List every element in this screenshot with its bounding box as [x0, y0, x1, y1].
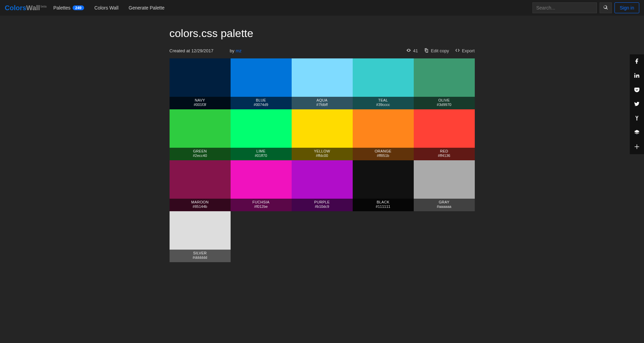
swatch-info: PURPLE#b10dc9 — [292, 199, 353, 212]
share-twitter-button[interactable] — [630, 97, 644, 111]
meta-right: 41 Edit copy Export — [406, 48, 475, 54]
share-pocket-button[interactable] — [630, 83, 644, 97]
swatch-info: GREEN#2ecc40 — [170, 148, 231, 161]
nav-palettes-badge: 249 — [73, 5, 84, 10]
nav-generate-palette[interactable]: Generate Palette — [129, 5, 164, 11]
color-swatch[interactable]: RED#ff4136 — [414, 109, 475, 160]
color-swatch[interactable]: AQUA#7fdbff — [292, 58, 353, 109]
swatch-color — [353, 58, 414, 97]
share-hackernews-button[interactable] — [630, 111, 644, 126]
share-more-button[interactable] — [630, 140, 644, 154]
color-swatch[interactable]: TEAL#39cccc — [353, 58, 414, 109]
swatch-color — [231, 109, 292, 148]
swatch-color — [414, 109, 475, 148]
share-buffer-button[interactable] — [630, 126, 644, 140]
swatch-info: TEAL#39cccc — [353, 97, 414, 110]
swatch-name: TEAL — [378, 98, 388, 103]
swatch-name: GREEN — [193, 149, 207, 154]
color-swatch[interactable]: NAVY#001f3f — [170, 58, 231, 109]
by-label: by — [230, 48, 234, 53]
swatch-hex: #0074d9 — [254, 103, 268, 107]
search-icon — [603, 5, 608, 11]
export-button[interactable]: Export — [455, 48, 475, 54]
hackernews-icon — [634, 115, 640, 122]
swatch-hex: #7fdbff — [316, 103, 328, 107]
logo-beta: beta — [41, 5, 47, 8]
main-container: colors.css palette Created at 12/29/2017… — [170, 27, 475, 262]
color-swatch[interactable]: PURPLE#b10dc9 — [292, 160, 353, 211]
color-swatch[interactable]: BLACK#111111 — [353, 160, 414, 211]
pocket-icon — [634, 87, 640, 94]
twitter-icon — [634, 101, 640, 108]
author-link[interactable]: mz — [236, 48, 241, 53]
share-linkedin-button[interactable] — [630, 69, 644, 83]
swatch-hex: #dddddd — [193, 255, 207, 260]
nav-colors-wall[interactable]: Colors Wall — [94, 5, 118, 11]
swatch-color — [292, 160, 353, 199]
swatch-info: RED#ff4136 — [414, 148, 475, 161]
swatch-hex: #ff851b — [377, 154, 389, 158]
edit-copy-button[interactable]: Edit copy — [424, 48, 449, 54]
nav-links: Palettes 249 Colors Wall Generate Palett… — [53, 5, 164, 11]
logo[interactable]: ColorsWallbeta — [5, 4, 46, 12]
swatch-info: NAVY#001f3f — [170, 97, 231, 110]
nav-palettes[interactable]: Palettes 249 — [53, 5, 84, 11]
swatch-name: YELLOW — [314, 149, 330, 154]
created-at-label: Created at — [170, 48, 190, 53]
swatch-info: SILVER#dddddd — [170, 250, 231, 263]
swatch-color — [292, 109, 353, 148]
swatch-name: FUCHSIA — [252, 200, 269, 205]
color-swatch[interactable]: GRAY#aaaaaa — [414, 160, 475, 211]
eye-icon — [406, 48, 411, 54]
swatch-name: SILVER — [193, 251, 207, 256]
swatch-name: OLIVE — [438, 98, 450, 103]
swatch-name: MAROON — [191, 200, 209, 205]
swatch-hex: #39cccc — [376, 103, 390, 107]
export-label: Export — [462, 48, 475, 53]
swatch-color — [170, 160, 231, 199]
top-nav: ColorsWallbeta Palettes 249 Colors Wall … — [0, 0, 644, 16]
color-swatch[interactable]: BLUE#0074d9 — [231, 58, 292, 109]
code-icon — [455, 48, 460, 54]
color-swatch[interactable]: MAROON#85144b — [170, 160, 231, 211]
swatch-info: MAROON#85144b — [170, 199, 231, 212]
logo-text-1: Colors — [5, 4, 26, 12]
swatch-info: GRAY#aaaaaa — [414, 199, 475, 212]
logo-text-2: Wall — [26, 4, 40, 12]
linkedin-icon — [634, 72, 640, 79]
facebook-icon — [634, 58, 640, 65]
swatch-name: BLACK — [377, 200, 390, 205]
color-swatch[interactable]: FUCHSIA#f012be — [231, 160, 292, 211]
share-facebook-button[interactable] — [630, 54, 644, 69]
swatch-name: GRAY — [439, 200, 450, 205]
search-button[interactable] — [600, 2, 612, 13]
color-swatch[interactable]: SILVER#dddddd — [170, 211, 231, 262]
swatch-hex: #f012be — [254, 204, 268, 209]
swatch-info: OLIVE#3d9970 — [414, 97, 475, 110]
palette-grid: NAVY#001f3fBLUE#0074d9AQUA#7fdbffTEAL#39… — [170, 58, 475, 262]
swatch-hex: #85144b — [193, 204, 207, 209]
color-swatch[interactable]: ORANGE#ff851b — [353, 109, 414, 160]
swatch-name: ORANGE — [375, 149, 391, 154]
swatch-name: RED — [440, 149, 448, 154]
color-swatch[interactable]: LIME#01ff70 — [231, 109, 292, 160]
swatch-color — [353, 160, 414, 199]
search-input[interactable] — [532, 2, 597, 13]
swatch-color — [231, 160, 292, 199]
swatch-color — [353, 109, 414, 148]
swatch-name: BLUE — [256, 98, 266, 103]
meta-bar: Created at 12/29/2017 by mz 41 Edit copy — [170, 48, 475, 58]
color-swatch[interactable]: GREEN#2ecc40 — [170, 109, 231, 160]
swatch-hex: #111111 — [376, 204, 390, 209]
signin-button[interactable]: Sign in — [614, 2, 639, 13]
swatch-hex: #001f3f — [194, 103, 206, 107]
color-swatch[interactable]: OLIVE#3d9970 — [414, 58, 475, 109]
swatch-color — [170, 211, 231, 250]
swatch-hex: #2ecc40 — [193, 154, 207, 158]
color-swatch[interactable]: YELLOW#ffdc00 — [292, 109, 353, 160]
swatch-info: BLACK#111111 — [353, 199, 414, 212]
page-title: colors.css palette — [170, 27, 475, 40]
buffer-icon — [634, 129, 640, 137]
swatch-name: PURPLE — [314, 200, 330, 205]
share-rail — [630, 54, 644, 154]
